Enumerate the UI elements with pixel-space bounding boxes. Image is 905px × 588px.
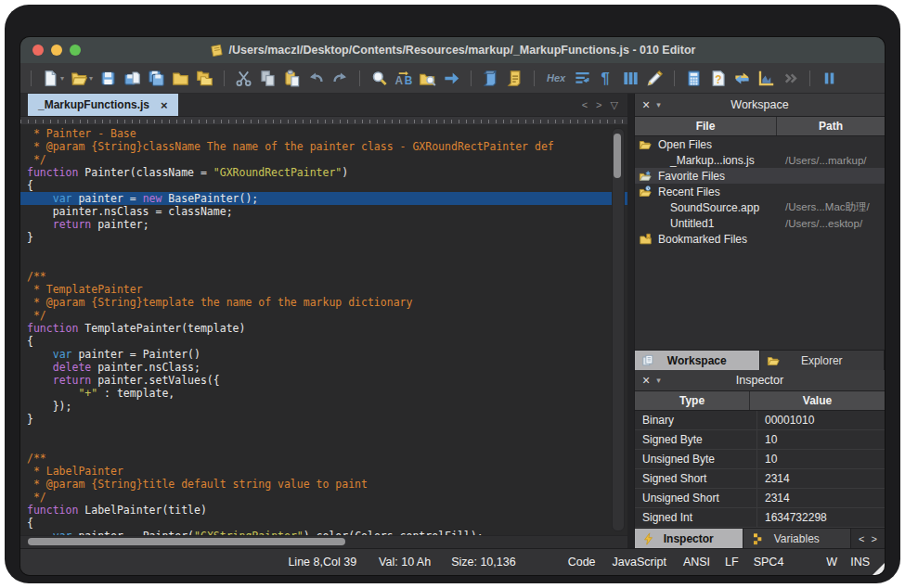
- code-segment: [27, 218, 53, 231]
- tab-label: Inspector: [664, 532, 714, 545]
- scroll-tabs-left-icon[interactable]: <: [859, 533, 864, 544]
- resize-grip[interactable]: [873, 563, 885, 575]
- cut-button[interactable]: [234, 69, 253, 88]
- inspector-variables-tabs: InspectorVariables<>: [635, 528, 885, 548]
- close-window-button[interactable]: [32, 45, 44, 56]
- tab-markupfunctions[interactable]: _MarkupFunctions.js ×: [28, 94, 178, 116]
- goto-icon: [443, 70, 460, 87]
- more-tools-button[interactable]: [781, 69, 800, 88]
- word-wrap-icon: [574, 70, 591, 87]
- compare-files-icon: [733, 70, 751, 87]
- status-tabsize: SPC4: [754, 556, 784, 569]
- column-path[interactable]: Path: [777, 117, 885, 135]
- inspector-row-binary[interactable]: Binary00001010: [635, 411, 885, 430]
- toolbar-separator: [224, 70, 225, 86]
- column-type[interactable]: Type: [635, 391, 749, 410]
- workspace-row-recent-files[interactable]: Recent Files: [635, 184, 885, 199]
- panel-splitter[interactable]: [627, 94, 634, 548]
- save-as-icon: [123, 70, 141, 87]
- inspector-row-unsigned-byte[interactable]: Unsigned Byte10: [635, 450, 885, 469]
- copy-button[interactable]: [258, 69, 278, 88]
- code-line: return painter.setValues({: [27, 374, 627, 387]
- code-editor[interactable]: * Painter - Base * @param {String}classN…: [20, 124, 627, 535]
- next-tab-icon[interactable]: >: [596, 99, 601, 110]
- tab-workspace[interactable]: Workspace: [635, 351, 760, 370]
- tab-variables[interactable]: Variables: [743, 529, 852, 548]
- workspace-row-bookmarked-files[interactable]: Bookmarked Files: [635, 231, 885, 247]
- code-line: * Painter - Base: [27, 127, 627, 140]
- folder-open-icon: [639, 138, 653, 151]
- workspace-row-soundsource-app[interactable]: SoundSource.app/Users...Mac助理/: [635, 199, 885, 215]
- workspace-row-favorite-files[interactable]: Favorite Files: [635, 168, 885, 184]
- horizontal-scrollbar-thumb[interactable]: [28, 538, 345, 545]
- find-button[interactable]: [369, 69, 389, 88]
- undo-button[interactable]: [306, 69, 326, 88]
- tab-list-icon[interactable]: ▽: [611, 99, 618, 111]
- horizontal-scrollbar[interactable]: [20, 535, 627, 548]
- code-segment: /**: [27, 270, 46, 283]
- screenshot-frame: /Users/maczl/Desktop/Contents/Resources/…: [5, 5, 900, 583]
- workspace-close-icon[interactable]: ×: [642, 98, 650, 111]
- workspace-menu-caret-icon[interactable]: ▾: [656, 100, 661, 109]
- open-folder-button[interactable]: [171, 69, 190, 88]
- edit-as-hex-button[interactable]: Hex: [544, 71, 568, 84]
- replace-button[interactable]: AB: [394, 69, 413, 88]
- template-results-button[interactable]: [505, 69, 524, 88]
- paste-button[interactable]: [282, 69, 302, 88]
- open-folders-button[interactable]: [195, 69, 214, 88]
- redo-button[interactable]: [330, 69, 350, 88]
- histogram-button[interactable]: [756, 69, 776, 88]
- open-folder-icon: [172, 70, 189, 87]
- check-syntax-button[interactable]: ?: [708, 69, 728, 88]
- code-line: }: [27, 413, 627, 426]
- inspector-row-signed-short[interactable]: Signed Short2314: [635, 469, 885, 489]
- goto-button[interactable]: [442, 69, 461, 88]
- workspace-item-path: /Users/...markup/: [785, 155, 867, 166]
- code-segment: var: [53, 192, 72, 205]
- tab-inspector[interactable]: Inspector: [635, 529, 743, 548]
- syntax-highlight-button[interactable]: [645, 69, 665, 88]
- workspace-row-open-files[interactable]: Open Files: [635, 136, 885, 152]
- open-file-button[interactable]: ▾: [70, 69, 94, 88]
- save-as-button[interactable]: [123, 69, 142, 88]
- pause-button[interactable]: [820, 69, 839, 88]
- inspector-close-icon[interactable]: ×: [642, 374, 650, 387]
- inspector-row-unsigned-short[interactable]: Unsigned Short2314: [635, 489, 885, 508]
- minimize-window-button[interactable]: [51, 45, 62, 56]
- compare-files-button[interactable]: [732, 69, 752, 88]
- code-line: */: [27, 153, 627, 166]
- code-segment: [27, 361, 53, 374]
- tab-explorer[interactable]: Explorer: [760, 351, 886, 370]
- code-line: * @param {String}title default string va…: [27, 478, 627, 491]
- code-segment: [27, 387, 78, 400]
- workspace-row--markup-ions-js[interactable]: _Markup...ions.js/Users/...markup/: [635, 152, 885, 168]
- svg-text:B: B: [405, 74, 412, 87]
- workspace-row-untitled1[interactable]: Untitled1/Users/...esktop/: [635, 215, 885, 231]
- save-all-button[interactable]: [147, 69, 166, 88]
- column-mode-button[interactable]: [621, 69, 640, 88]
- run-template-button[interactable]: [481, 69, 500, 88]
- column-file[interactable]: File: [635, 117, 776, 135]
- column-value[interactable]: Value: [750, 391, 885, 410]
- pause-icon: [821, 70, 838, 87]
- inspector-menu-caret-icon[interactable]: ▾: [656, 376, 661, 385]
- vertical-scrollbar[interactable]: [612, 128, 625, 531]
- word-wrap-button[interactable]: [573, 69, 592, 88]
- vertical-scrollbar-thumb[interactable]: [614, 134, 621, 178]
- scroll-tabs-right-icon[interactable]: >: [872, 533, 877, 544]
- inspector-row-signed-byte[interactable]: Signed Byte10: [635, 430, 885, 450]
- show-whitespace-button[interactable]: ¶: [597, 69, 616, 88]
- zoom-window-button[interactable]: [70, 45, 81, 56]
- save-button[interactable]: [98, 69, 118, 88]
- calculator-button[interactable]: [684, 69, 704, 88]
- edit-as-hex-label: Hex: [545, 72, 567, 83]
- new-file-button[interactable]: ▾: [41, 69, 65, 88]
- inspector-type: Signed Short: [635, 469, 756, 488]
- find-in-files-button[interactable]: [418, 69, 437, 88]
- status-size: Size: 10,136: [451, 556, 516, 569]
- code-line: painter.nsClass = className;: [27, 205, 627, 218]
- prev-tab-icon[interactable]: <: [582, 99, 588, 110]
- inspector-row-signed-int[interactable]: Signed Int1634732298: [635, 508, 885, 528]
- tab-close-icon[interactable]: ×: [161, 99, 168, 111]
- toolbar-separator: [674, 70, 675, 86]
